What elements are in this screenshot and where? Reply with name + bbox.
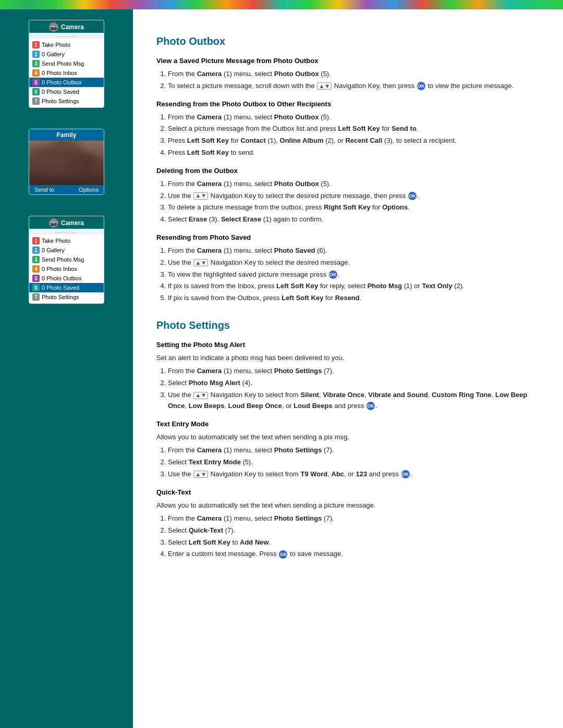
subsection5-title: Setting the Photo Msg Alert — [156, 341, 534, 349]
list-item: Select Left Soft Key to Add New. — [168, 537, 534, 548]
phone-mockup-1: 📷 Camera ............ 1 Take Photo 2 0 G… — [29, 20, 104, 108]
nav-key-icon-2: ▲▼ — [193, 192, 208, 200]
list-item: Select Text Entry Mode (5). — [168, 457, 534, 468]
phone1-item-1: 1 Take Photo — [29, 40, 104, 50]
phone1-item-2: 2 0 Gallery — [29, 50, 104, 59]
subsection7-intro: Allows you to automatically set the text… — [156, 500, 534, 511]
nav-key-icon-4: ▲▼ — [193, 392, 208, 399]
nav-key-icon: ▲▼ — [317, 82, 332, 90]
phone1-item-3: 3 Send Photo Msg — [29, 59, 104, 68]
family-mockup: Family Send to Options — [29, 129, 104, 195]
phone3-menu: 1 Take Photo 2 0 Gallery 3 Send Photo Ms… — [29, 235, 104, 303]
family-header: Family — [29, 129, 104, 141]
list-item: From the Camera (1) menu, select Photo O… — [168, 69, 534, 80]
list-item: From the Camera (1) menu, select Photo S… — [168, 245, 534, 256]
subsection-delete-outbox: Deleting from the Outbox From the Camera… — [156, 167, 534, 225]
subsection1-steps: From the Camera (1) menu, select Photo O… — [156, 69, 534, 92]
phone1-item-5: 5 0 Photo Outbox — [29, 78, 104, 87]
subsection5-intro: Set an alert to indicate a photo msg has… — [156, 353, 534, 363]
phone3-item-4: 4 0 Photo Inbox — [29, 264, 104, 274]
list-item: Enter a custom text message. Press OK to… — [168, 549, 534, 560]
ok-badge-4: OK — [366, 402, 375, 410]
sidebar: 📷 Camera ............ 1 Take Photo 2 0 G… — [0, 9, 133, 728]
menu-num-7: 7 — [32, 97, 40, 105]
camera-icon-3: 📷 — [49, 218, 58, 228]
subsection2-title: Resending from the Photo Outbox to Other… — [156, 100, 534, 108]
subsection6-title: Text Entry Mode — [156, 420, 534, 428]
phone3-item-3: 3 Send Photo Msg — [29, 255, 104, 264]
family-softkeys: Send to Options — [29, 185, 104, 194]
subsection7-steps: From the Camera (1) menu, select Photo S… — [156, 513, 534, 560]
subsection2-steps: From the Camera (1) menu, select Photo O… — [156, 112, 534, 158]
list-item: From the Camera (1) menu, select Photo O… — [168, 179, 534, 190]
list-item: To select a picture message, scroll down… — [168, 81, 534, 92]
phone3-item-7: 7 Photo Settings — [29, 292, 104, 302]
nav-key-icon-5: ▲▼ — [193, 471, 208, 478]
subsection1-title: View a Saved Picture Message from Photo … — [156, 57, 534, 65]
ok-badge-5: OK — [401, 470, 410, 478]
list-item: Use the ▲▼ Navigation Key to select from… — [168, 469, 534, 480]
list-item: If pix is saved from the Outbox, press L… — [168, 293, 534, 304]
family-photo — [29, 141, 104, 185]
list-item: From the Camera (1) menu, select Photo S… — [168, 445, 534, 456]
subsection6-steps: From the Camera (1) menu, select Photo S… — [156, 445, 534, 479]
phone3-dots: ............ — [29, 229, 104, 235]
menu-num-3: 3 — [32, 60, 40, 67]
phone3-item-1: 1 Take Photo — [29, 236, 104, 245]
list-item: Use the ▲▼ Navigation Key to select from… — [168, 390, 534, 412]
phone-mockup-3: 📷 Camera ............ 1 Take Photo 2 0 G… — [29, 216, 104, 304]
list-item: Press Left Soft Key for Contact (1), Onl… — [168, 135, 534, 146]
list-item: Use the ▲▼ Navigation Key to select the … — [168, 191, 534, 202]
ok-badge-3: OK — [329, 270, 337, 279]
menu-num-5: 5 — [32, 79, 40, 86]
phone1-item-4: 4 0 Photo Inbox — [29, 68, 104, 78]
softkey-right[interactable]: Options — [79, 187, 99, 193]
photo-outbox-title: Photo Outbox — [156, 35, 534, 47]
rainbow-bar — [0, 0, 563, 9]
subsection-view-saved: View a Saved Picture Message from Photo … — [156, 57, 534, 92]
main-content: Photo Outbox View a Saved Picture Messag… — [133, 9, 563, 728]
list-item: If pix is saved from the Inbox, press Le… — [168, 281, 534, 292]
menu-num-2: 2 — [32, 51, 40, 58]
list-item: Select a picture message from the Outbox… — [168, 124, 534, 134]
menu-num-4: 4 — [32, 69, 40, 77]
subsection7-title: Quick-Text — [156, 488, 534, 496]
phone1-item-6: 6 0 Photo Saved — [29, 87, 104, 96]
subsection-quick-text: Quick-Text Allows you to automatically s… — [156, 488, 534, 560]
camera-icon-1: 📷 — [49, 22, 58, 32]
softkey-left[interactable]: Send to — [34, 187, 54, 193]
subsection-resend-outbox: Resending from the Photo Outbox to Other… — [156, 100, 534, 158]
menu-num-6: 6 — [32, 88, 40, 95]
photo-settings-title: Photo Settings — [156, 319, 534, 331]
list-item: Use the ▲▼ Navigation Key to select the … — [168, 257, 534, 268]
list-item: From the Camera (1) menu, select Photo S… — [168, 513, 534, 524]
subsection3-steps: From the Camera (1) menu, select Photo O… — [156, 179, 534, 225]
phone1-menu: 1 Take Photo 2 0 Gallery 3 Send Photo Ms… — [29, 39, 104, 107]
nav-key-icon-3: ▲▼ — [193, 259, 208, 266]
subsection-resend-saved: Resending from Photo Saved From the Came… — [156, 233, 534, 304]
family-photo-inner — [29, 141, 104, 185]
phone1-item-7: 7 Photo Settings — [29, 96, 104, 106]
list-item: Select Erase (3). Select Erase (1) again… — [168, 214, 534, 225]
list-item: To delete a picture message from the out… — [168, 202, 534, 213]
phone1-header: 📷 Camera — [29, 20, 104, 33]
ok-badge: OK — [417, 82, 425, 90]
list-item: From the Camera (1) menu, select Photo O… — [168, 112, 534, 123]
list-item: Press Left Soft Key to send. — [168, 147, 534, 158]
ok-badge-6: OK — [279, 550, 287, 559]
menu-num-1: 1 — [32, 41, 40, 48]
subsection-text-entry: Text Entry Mode Allows you to automatica… — [156, 420, 534, 480]
subsection5-steps: From the Camera (1) menu, select Photo S… — [156, 366, 534, 411]
phone3-item-6: 6 0 Photo Saved — [29, 283, 104, 292]
phone3-item-2: 2 0 Gallery — [29, 245, 104, 255]
ok-badge-2: OK — [408, 192, 417, 200]
subsection4-steps: From the Camera (1) menu, select Photo S… — [156, 245, 534, 304]
phone1-dots: ............ — [29, 33, 104, 39]
phone3-header: 📷 Camera — [29, 216, 104, 229]
phone3-item-5: 5 0 Photo Outbox — [29, 274, 104, 283]
list-item: From the Camera (1) menu, select Photo S… — [168, 366, 534, 377]
list-item: Select Photo Msg Alert (4). — [168, 378, 534, 389]
subsection3-title: Deleting from the Outbox — [156, 167, 534, 175]
subsection4-title: Resending from Photo Saved — [156, 233, 534, 241]
list-item: To view the highlighted saved picture me… — [168, 269, 534, 280]
